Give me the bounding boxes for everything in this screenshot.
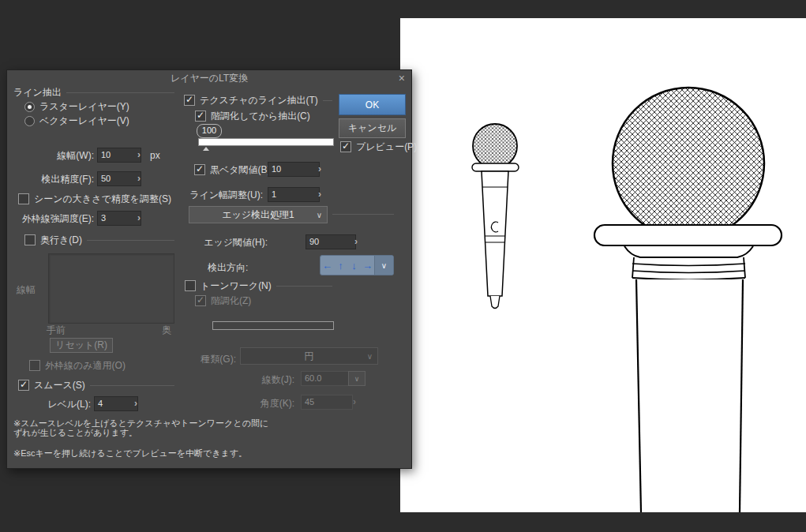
edge-threshold-spinner-icon[interactable]: › (354, 236, 358, 247)
smooth-level-spinner-icon[interactable]: › (134, 398, 137, 409)
desktop: レイヤーのLT変換 × ライン抽出 ラスターレイヤー(Y) ベクターレイヤー(V… (0, 0, 806, 532)
slider-handle-icon[interactable] (203, 147, 209, 151)
tone-type-dropdown[interactable]: 円 ∨ (240, 347, 378, 365)
outline-emphasis-spinner-icon[interactable]: › (137, 212, 141, 223)
accuracy-spinner-icon[interactable]: › (137, 173, 141, 184)
artwork-microphones (400, 18, 806, 512)
smooth-level-label: レベル(L): (7, 399, 91, 410)
texture-extract-checkbox[interactable] (184, 95, 195, 106)
edge-process-dropdown[interactable]: エッジ検出処理1 ∨ (189, 206, 328, 223)
posterize-slider[interactable] (198, 138, 334, 146)
black-fill-row: 黒ベタ閾値(B) (194, 163, 271, 176)
smooth-group-header: スムース(S) (18, 379, 174, 392)
scene-adjust-label: シーンの大きさで精度を調整(S) (34, 193, 171, 204)
vector-layer-radio[interactable] (24, 116, 35, 126)
smooth-label: スムース(S) (34, 380, 85, 391)
tonework-posterize-row: 階調化(Z) (195, 294, 251, 307)
tone-angle-label: 角度(K): (252, 398, 294, 409)
vector-layer-label: ベクターレイヤー(V) (39, 115, 129, 126)
direction-chevron-icon[interactable]: ∨ (374, 256, 393, 275)
outline-only-checkbox[interactable] (29, 360, 40, 371)
texture-group-header: テクスチャのライン抽出(T) (184, 94, 332, 107)
divider (332, 214, 394, 215)
note-smooth-line1: ※スムースレベルを上げるとテクスチャやトーンワークとの間に (13, 418, 268, 428)
tone-type-value: 円 (305, 350, 314, 363)
depth-label: 奥行き(D) (40, 234, 82, 245)
direction-button-group: ← ↑ ↓ → ∨ (320, 255, 394, 275)
divider (87, 240, 174, 241)
tonework-label: トーンワーク(N) (201, 280, 272, 291)
tone-frequency-field[interactable]: 60.0 (301, 371, 353, 386)
preview-checkbox[interactable] (340, 141, 351, 152)
raster-layer-label: ラスターレイヤー(Y) (39, 101, 129, 112)
divider (276, 286, 332, 287)
edge-process-value: エッジ検出処理1 (222, 208, 294, 222)
smooth-level-field[interactable]: 4 (94, 396, 138, 411)
posterize-value[interactable]: 100 (197, 124, 222, 138)
note-esc: ※Escキーを押し続けることでプレビューを中断できます。 (13, 448, 247, 458)
divider (66, 92, 174, 93)
close-icon[interactable]: × (399, 72, 405, 84)
edge-threshold-label: エッジ閾値(H): (189, 237, 268, 248)
line-width-adjust-label: ライン幅調整(U): (184, 189, 263, 200)
tonework-posterize-label: 階調化(Z) (211, 295, 251, 306)
line-width-spinner-icon[interactable]: › (137, 149, 141, 160)
note-smooth: ※スムースレベルを上げるとテクスチャやトーンワークとの間に ずれが生じることがあ… (13, 418, 268, 437)
arrow-up-icon[interactable]: ↑ (334, 256, 347, 275)
preview-label: プレビュー(P) (356, 141, 417, 152)
texture-extract-label: テクスチャのライン抽出(T) (200, 95, 318, 106)
microphone-small (472, 124, 519, 309)
depth-checkbox[interactable] (24, 234, 36, 245)
line-width-adjust-spinner-icon[interactable]: › (318, 189, 321, 200)
black-fill-spinner-icon[interactable]: › (318, 163, 321, 174)
tone-angle-spinner-icon[interactable]: › (353, 396, 356, 407)
cancel-button[interactable]: キャンセル (339, 118, 406, 138)
tone-frequency-label: 線数(J): (252, 374, 294, 385)
tonework-slider[interactable] (212, 321, 334, 330)
tonework-group-header: トーンワーク(N) (185, 279, 332, 292)
posterize-first-checkbox[interactable] (195, 111, 206, 122)
accuracy-label: 検出精度(F): (7, 174, 94, 185)
black-fill-field[interactable]: 10 (268, 162, 320, 177)
line-width-unit: px (150, 150, 160, 161)
dialog-title: レイヤーのLT変換 (171, 72, 248, 85)
divider (323, 100, 332, 101)
chevron-down-icon: ∨ (367, 352, 373, 361)
arrow-left-icon[interactable]: ← (321, 256, 334, 275)
outline-emphasis-field[interactable]: 3 (97, 211, 141, 226)
ok-button[interactable]: OK (339, 94, 406, 115)
outline-only-row: 外枠線のみ適用(O) (29, 359, 126, 372)
dialog-titlebar: レイヤーのLT変換 × (7, 70, 411, 86)
direction-label: 検出方向: (208, 262, 248, 273)
arrow-down-icon[interactable]: ↓ (347, 256, 361, 275)
depth-curve-box[interactable] (48, 253, 174, 324)
depth-near-label: 手前 (47, 324, 66, 335)
scene-adjust-row: シーンの大きさで精度を調整(S) (18, 193, 171, 205)
note-smooth-line2: ずれが生じることがあります。 (13, 428, 268, 437)
edge-threshold-field[interactable]: 90 (306, 234, 356, 249)
black-fill-label: 黒ベタ閾値(B) (210, 164, 271, 175)
smooth-checkbox[interactable] (18, 380, 29, 391)
line-width-field[interactable]: 10 (97, 148, 141, 163)
accuracy-field[interactable]: 50 (97, 171, 141, 186)
reset-button[interactable]: リセット(R) (50, 338, 113, 353)
lt-conversion-dialog: レイヤーのLT変換 × ライン抽出 ラスターレイヤー(Y) ベクターレイヤー(V… (6, 69, 412, 469)
tone-frequency-dropdown-icon[interactable]: ∨ (348, 371, 366, 386)
tonework-posterize-checkbox[interactable] (195, 295, 206, 306)
line-extract-group-label: ライン抽出 (13, 87, 62, 98)
scene-adjust-checkbox[interactable] (18, 193, 29, 204)
raster-layer-radio-row: ラスターレイヤー(Y) (24, 100, 129, 113)
canvas[interactable] (400, 18, 806, 512)
black-fill-checkbox[interactable] (194, 164, 205, 175)
depth-far-label: 奥 (162, 324, 171, 335)
preview-row: プレビュー(P) (340, 140, 417, 153)
line-width-label: 線幅(W): (7, 150, 94, 161)
line-width-adjust-field[interactable]: 1 (268, 187, 320, 202)
depth-group-header: 奥行き(D) (24, 234, 174, 246)
arrow-right-icon[interactable]: → (361, 256, 374, 275)
tone-angle-field[interactable]: 45 (301, 395, 353, 410)
raster-layer-radio[interactable] (24, 102, 35, 112)
line-extract-group-header: ライン抽出 (13, 86, 174, 99)
microphone-large (594, 88, 782, 512)
tonework-checkbox[interactable] (185, 280, 196, 291)
